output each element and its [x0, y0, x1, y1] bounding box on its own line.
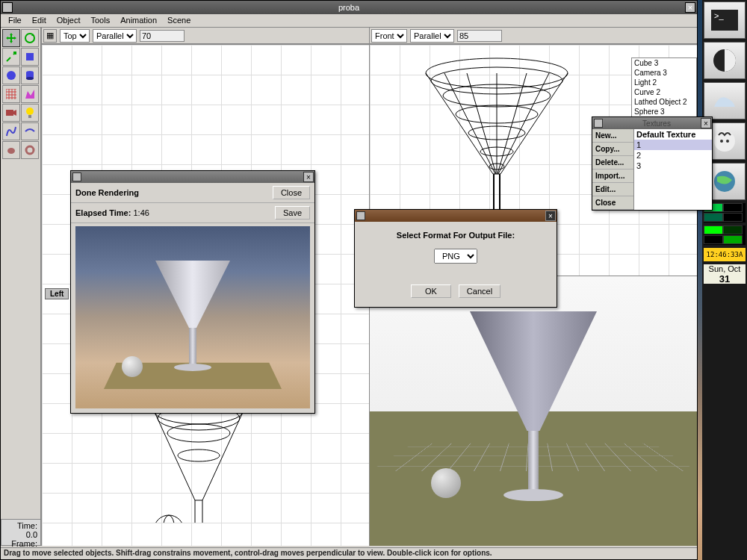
dock-calendar: Sun, Oct31: [704, 264, 746, 284]
window-icon[interactable]: [2, 2, 13, 13]
desktop-dock: >_ 12:46:33A Sun, Oct31: [702, 0, 747, 560]
render-save-button[interactable]: Save: [275, 206, 310, 220]
format-select[interactable]: PNG: [434, 249, 477, 264]
statusbar: Drag to move selected objects. Shift-dra…: [1, 547, 697, 559]
svg-point-44: [714, 131, 735, 152]
titlebar[interactable]: proba ×: [1, 1, 697, 14]
move-tool[interactable]: [2, 29, 20, 47]
svg-rect-6: [6, 110, 13, 116]
list-item[interactable]: 1: [634, 140, 712, 150]
menubar: File Edit Object Tools Animation Scene: [1, 14, 697, 28]
menu-file[interactable]: File: [4, 16, 26, 25]
scale-tool[interactable]: [2, 48, 20, 66]
list-item[interactable]: 2: [634, 150, 712, 161]
format-prompt: Select Format For Output File:: [364, 231, 548, 240]
list-item[interactable]: Curve 2: [632, 87, 696, 97]
svg-point-17: [178, 449, 220, 461]
close-icon[interactable]: ×: [545, 211, 556, 221]
window-icon[interactable]: [356, 211, 365, 220]
list-item[interactable]: 3: [634, 161, 712, 171]
tool-palette: [1, 28, 41, 546]
camera-tool[interactable]: [2, 104, 20, 122]
svg-point-2: [7, 71, 16, 80]
svg-rect-8: [28, 115, 31, 118]
menu-edit[interactable]: Edit: [28, 16, 51, 25]
window-title: proba: [338, 3, 359, 12]
view-select-left[interactable]: Top: [60, 29, 90, 43]
svg-point-10: [26, 146, 34, 154]
svg-point-5: [26, 77, 34, 80]
svg-point-9: [7, 148, 15, 154]
menu-object[interactable]: Object: [52, 16, 85, 25]
window-icon[interactable]: [594, 119, 603, 128]
format-dialog[interactable]: × Select Format For Output File: PNG OK …: [354, 209, 557, 308]
viewport-label-left: Left: [45, 288, 69, 299]
zoom-input-left[interactable]: [140, 30, 185, 42]
curve-tool[interactable]: [2, 122, 20, 140]
render-window[interactable]: × Done Rendering Close Elapsed Time: 1:4…: [70, 170, 315, 414]
dock-clock: 12:46:33A: [704, 248, 746, 261]
cancel-button[interactable]: Cancel: [459, 284, 500, 298]
rotate-tool[interactable]: [21, 29, 39, 47]
time-panel: Time: 0.0 Frame: 0: [1, 519, 41, 546]
texture-list[interactable]: Default Texture 1 2 3: [634, 129, 712, 210]
textures-window[interactable]: Textures× New... Copy... Delete... Impor…: [592, 116, 713, 211]
svg-text:>_: >_: [714, 11, 724, 20]
rendered-sphere: [431, 468, 461, 498]
close-icon[interactable]: ×: [303, 172, 314, 182]
texture-new-button[interactable]: New...: [592, 129, 633, 143]
torus-tool[interactable]: [21, 141, 39, 159]
svg-point-16: [167, 424, 230, 442]
dock-step-icon[interactable]: [704, 42, 746, 79]
svg-point-7: [26, 108, 34, 115]
texture-close-button[interactable]: Close: [592, 196, 633, 210]
list-item[interactable]: Cube 3: [632, 58, 696, 68]
dock-net-meter: [704, 225, 746, 245]
proj-select-left[interactable]: Parallel: [93, 29, 137, 43]
list-item[interactable]: Default Texture: [634, 129, 712, 140]
mesh-tool[interactable]: [2, 85, 20, 103]
svg-point-45: [720, 140, 723, 143]
list-item[interactable]: Camera 3: [632, 68, 696, 78]
render-close-button[interactable]: Close: [273, 186, 310, 199]
texture-edit-button[interactable]: Edit...: [592, 183, 633, 196]
teapot-tool[interactable]: [2, 141, 20, 159]
texture-copy-button[interactable]: Copy...: [592, 143, 633, 156]
texture-import-button[interactable]: Import...: [592, 169, 633, 183]
sphere-tool[interactable]: [2, 66, 20, 84]
render-status: Done Rendering: [75, 188, 139, 197]
texture-delete-button[interactable]: Delete...: [592, 156, 633, 169]
svg-rect-1: [26, 53, 34, 60]
zoom-input-right[interactable]: [457, 30, 502, 42]
ok-button[interactable]: OK: [411, 284, 451, 298]
view-select-right[interactable]: Front: [371, 29, 407, 43]
light-tool[interactable]: [21, 104, 39, 122]
window-icon[interactable]: [72, 172, 81, 181]
menu-animation[interactable]: Animation: [116, 16, 161, 25]
menu-scene[interactable]: Scene: [163, 16, 195, 25]
proj-select-right[interactable]: Parallel: [410, 29, 454, 43]
svg-point-23: [163, 515, 175, 523]
vp-config-icon[interactable]: ▦: [43, 29, 57, 43]
render-preview: [75, 226, 310, 408]
svg-point-46: [726, 140, 729, 143]
list-item[interactable]: Lathed Object 2: [632, 97, 696, 107]
cylinder-tool[interactable]: [21, 66, 39, 84]
cube-tool[interactable]: [21, 48, 39, 66]
rendered-glass: [470, 311, 597, 501]
camera-viewport[interactable]: [370, 276, 697, 546]
svg-point-21: [154, 515, 184, 523]
list-item[interactable]: Sphere 3: [632, 107, 696, 116]
dock-terminal-icon[interactable]: >_: [704, 1, 746, 39]
list-item[interactable]: Light 2: [632, 78, 696, 87]
curve2-tool[interactable]: [21, 122, 39, 140]
textures-title: Textures: [603, 119, 710, 128]
window-close-button[interactable]: ×: [685, 2, 695, 13]
menu-tools[interactable]: Tools: [87, 16, 115, 25]
close-icon[interactable]: ×: [701, 118, 711, 128]
dock-mail-icon[interactable]: [704, 82, 746, 119]
poly-tool[interactable]: [21, 85, 39, 103]
